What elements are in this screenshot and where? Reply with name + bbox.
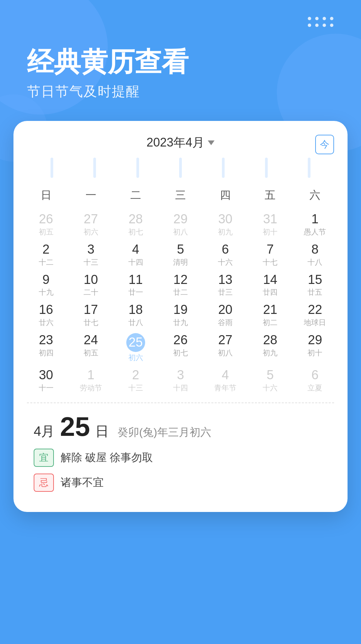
ji-badge: 忌 bbox=[34, 474, 54, 492]
calendar-cell[interactable]: 9十九 bbox=[24, 270, 68, 300]
cell-sub: 十四 bbox=[173, 383, 188, 393]
calendar-cell[interactable]: 13廿三 bbox=[203, 270, 248, 300]
calendar-cell[interactable]: 29初十 bbox=[293, 330, 337, 365]
calendar-cell[interactable]: 3十三 bbox=[68, 240, 113, 270]
month-title: 2023年4月 bbox=[146, 134, 215, 151]
calendar-cell[interactable]: 18廿八 bbox=[113, 300, 158, 330]
cell-number: 4 bbox=[132, 243, 139, 257]
calendar-cell[interactable]: 4十四 bbox=[113, 240, 158, 270]
date-detail: 4月 25 日 癸卯(兔)年三月初六 宜 解除 破屋 徐事勿取 忌 诸事不宜 bbox=[20, 413, 341, 498]
calendar-cell[interactable]: 1劳动节 bbox=[68, 365, 113, 396]
cell-number: 21 bbox=[263, 303, 277, 317]
cell-sub: 初二 bbox=[263, 318, 277, 328]
calendar-cell[interactable]: 24初五 bbox=[68, 330, 113, 365]
scroll-bar bbox=[179, 158, 182, 178]
sub-title: 节日节气及时提醒 bbox=[27, 82, 334, 101]
cell-number: 3 bbox=[87, 243, 94, 257]
cell-number: 1 bbox=[311, 212, 319, 226]
cell-sub: 二十 bbox=[84, 287, 98, 297]
calendar-cell[interactable]: 10二十 bbox=[68, 270, 113, 300]
cell-sub: 地球日 bbox=[304, 318, 326, 328]
calendar-cell[interactable]: 31初十 bbox=[248, 210, 293, 240]
cell-number: 25 bbox=[126, 333, 145, 352]
cell-sub: 初六 bbox=[128, 353, 143, 363]
cell-sub: 十六 bbox=[218, 257, 233, 267]
calendar-cell[interactable]: 26初五 bbox=[24, 210, 68, 240]
cell-sub: 初九 bbox=[218, 227, 233, 237]
cell-sub: 初六 bbox=[84, 227, 98, 237]
calendar-cell[interactable]: 14廿四 bbox=[248, 270, 293, 300]
calendar-cell[interactable]: 15廿五 bbox=[293, 270, 337, 300]
calendar-cell[interactable]: 22地球日 bbox=[293, 300, 337, 330]
cell-number: 9 bbox=[42, 273, 50, 287]
cell-number: 24 bbox=[84, 333, 98, 347]
calendar-card: 2023年4月 今 日一二三四五六 26初五27初六28初七29初八30初九31… bbox=[13, 121, 348, 512]
calendar-cell[interactable]: 7十七 bbox=[248, 240, 293, 270]
calendar-cell[interactable]: 27初六 bbox=[68, 210, 113, 240]
today-button[interactable]: 今 bbox=[315, 135, 334, 154]
cell-number: 14 bbox=[263, 273, 277, 287]
cell-number: 12 bbox=[173, 273, 188, 287]
cell-sub: 立夏 bbox=[307, 383, 322, 393]
cell-number: 20 bbox=[218, 303, 232, 317]
calendar-cell[interactable]: 20谷雨 bbox=[203, 300, 248, 330]
calendar-cell[interactable]: 12廿二 bbox=[158, 270, 203, 300]
cell-sub: 十八 bbox=[307, 257, 322, 267]
cell-number: 16 bbox=[39, 303, 53, 317]
calendar-cell[interactable]: 2十二 bbox=[24, 240, 68, 270]
calendar-cell[interactable]: 16廿六 bbox=[24, 300, 68, 330]
cell-number: 28 bbox=[129, 212, 143, 226]
cell-number: 5 bbox=[177, 243, 184, 257]
main-title: 经典黄历查看 bbox=[27, 47, 334, 77]
divider bbox=[27, 402, 334, 403]
cell-number: 18 bbox=[129, 303, 143, 317]
calendar-cell[interactable]: 4青年节 bbox=[203, 365, 248, 396]
cell-number: 29 bbox=[308, 333, 322, 347]
calendar-cell[interactable]: 1愚人节 bbox=[293, 210, 337, 240]
weekday-label: 六 bbox=[293, 185, 337, 206]
cell-number: 1 bbox=[87, 368, 94, 382]
calendar-cell[interactable]: 29初八 bbox=[158, 210, 203, 240]
calendar-cell[interactable]: 26初七 bbox=[158, 330, 203, 365]
calendar-cell[interactable]: 17廿七 bbox=[68, 300, 113, 330]
cell-sub: 廿一 bbox=[128, 287, 143, 297]
calendar-cell[interactable]: 21初二 bbox=[248, 300, 293, 330]
calendar-cell[interactable]: 11廿一 bbox=[113, 270, 158, 300]
cell-sub: 廿五 bbox=[307, 287, 322, 297]
yi-text: 解除 破屋 徐事勿取 bbox=[61, 450, 153, 465]
calendar-cell[interactable]: 28初七 bbox=[113, 210, 158, 240]
calendar-cell[interactable]: 6十六 bbox=[203, 240, 248, 270]
calendar-cell[interactable]: 6立夏 bbox=[293, 365, 337, 396]
calendar-cell[interactable]: 8十八 bbox=[293, 240, 337, 270]
dropdown-arrow-icon[interactable] bbox=[208, 140, 215, 145]
cell-sub: 谷雨 bbox=[218, 318, 233, 328]
cell-number: 7 bbox=[267, 243, 274, 257]
calendar-cell[interactable]: 5清明 bbox=[158, 240, 203, 270]
lunar-date: 癸卯(兔)年三月初六 bbox=[118, 425, 211, 440]
calendar-cell[interactable]: 25初六 bbox=[113, 330, 158, 365]
scroll-bar bbox=[93, 158, 96, 178]
cell-sub: 廿七 bbox=[84, 318, 98, 328]
calendar-grid[interactable]: 26初五27初六28初七29初八30初九31初十1愚人节2十二3十三4十四5清明… bbox=[20, 210, 341, 396]
cell-number: 13 bbox=[218, 273, 232, 287]
cell-number: 22 bbox=[308, 303, 322, 317]
calendar-cell[interactable]: 30初九 bbox=[203, 210, 248, 240]
cell-sub: 清明 bbox=[173, 257, 188, 267]
date-unit: 日 bbox=[95, 422, 109, 441]
header: 经典黄历查看 节日节气及时提醒 bbox=[0, 0, 361, 101]
cell-sub: 十一 bbox=[39, 383, 54, 393]
cell-number: 11 bbox=[129, 273, 143, 287]
calendar-cell[interactable]: 23初四 bbox=[24, 330, 68, 365]
calendar-cell[interactable]: 28初九 bbox=[248, 330, 293, 365]
cell-number: 30 bbox=[218, 212, 232, 226]
calendar-cell[interactable]: 19廿九 bbox=[158, 300, 203, 330]
calendar-cell[interactable]: 30十一 bbox=[24, 365, 68, 396]
calendar-cell[interactable]: 3十四 bbox=[158, 365, 203, 396]
cell-number: 19 bbox=[173, 303, 188, 317]
scroll-bar bbox=[136, 158, 139, 178]
calendar-cell[interactable]: 2十三 bbox=[113, 365, 158, 396]
calendar-cell[interactable]: 27初八 bbox=[203, 330, 248, 365]
cell-number: 2 bbox=[132, 368, 139, 382]
calendar-cell[interactable]: 5十六 bbox=[248, 365, 293, 396]
cell-sub: 廿四 bbox=[263, 287, 277, 297]
